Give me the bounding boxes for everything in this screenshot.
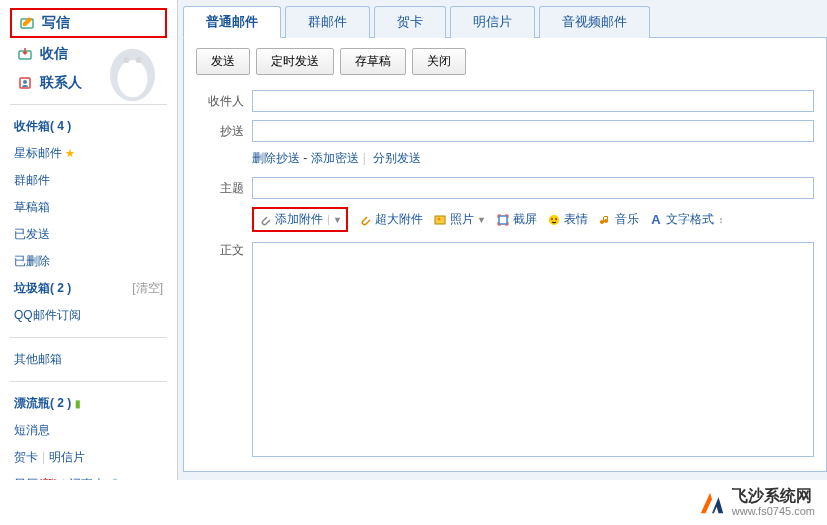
watermark-url: www.fs0745.com [732, 505, 815, 517]
emoji-icon [547, 213, 561, 227]
folder-group[interactable]: 群邮件 [10, 167, 167, 194]
compose-toolbar: 添加附件 ▼ 超大附件 照片 ▼ [252, 207, 814, 232]
folder-sms[interactable]: 短消息 [10, 417, 167, 444]
folder-greeting-postcard[interactable]: 贺卡|明信片 [10, 444, 167, 471]
add-bcc-link[interactable]: 添加密送 [311, 151, 359, 165]
screenshot-button[interactable]: 截屏 [496, 211, 537, 228]
tabs: 普通邮件 群邮件 贺卡 明信片 音视频邮件 [183, 5, 827, 38]
body-label: 正文 [196, 242, 244, 259]
screenshot-icon [496, 213, 510, 227]
svg-point-2 [124, 57, 130, 63]
divider [10, 381, 167, 382]
svg-point-3 [136, 57, 142, 63]
folder-trash[interactable]: 垃圾箱( 2 ) [清空] [10, 275, 167, 302]
paperclip-icon [258, 213, 272, 227]
attach-dropdown-icon[interactable]: ▼ [328, 215, 342, 225]
svg-point-9 [437, 217, 440, 220]
clear-trash-link[interactable]: [清空] [132, 280, 163, 297]
star-icon: ★ [65, 147, 75, 159]
draft-button[interactable]: 存草稿 [340, 48, 406, 75]
svg-point-11 [549, 215, 559, 225]
folder-sent[interactable]: 已发送 [10, 221, 167, 248]
music-icon [598, 213, 612, 227]
body-editor[interactable] [252, 242, 814, 457]
cc-input[interactable] [252, 120, 814, 142]
inbox-icon [16, 46, 34, 62]
svg-point-1 [118, 60, 148, 98]
svg-point-12 [551, 218, 553, 220]
to-label: 收件人 [196, 93, 244, 110]
subject-label: 主题 [196, 180, 244, 197]
to-input[interactable] [252, 90, 814, 112]
photo-button[interactable]: 照片 ▼ [433, 211, 486, 228]
music-button[interactable]: 音乐 [598, 211, 639, 228]
bottle-icon: ▮ [75, 398, 81, 409]
big-attach-button[interactable]: 超大附件 [358, 211, 423, 228]
folder-drafts[interactable]: 草稿箱 [10, 194, 167, 221]
divider [10, 337, 167, 338]
sidebar: 写信 收信 联系人 收件箱( 4 ) 星标邮件 ★ 群邮件 草稿箱 已发送 已删… [0, 0, 178, 480]
compose-icon [18, 15, 36, 31]
contacts-icon [16, 75, 34, 91]
emoji-button[interactable]: 表情 [547, 211, 588, 228]
separate-send-link[interactable]: 分别发送 [373, 151, 421, 165]
send-button[interactable]: 发送 [196, 48, 250, 75]
cc-links: 删除抄送 - 添加密送| 分别发送 [252, 150, 814, 167]
photo-icon [433, 213, 447, 227]
folder-calendar-notes[interactable]: 日历(新)|记事本 🔒 [10, 471, 167, 480]
tab-group[interactable]: 群邮件 [285, 6, 370, 38]
action-bar: 发送 定时发送 存草稿 关闭 [196, 48, 814, 75]
compose-content: 发送 定时发送 存草稿 关闭 收件人 抄送 删除抄送 - 添加密送| 分别发送 … [183, 38, 827, 472]
text-format-icon: A [649, 213, 663, 227]
folder-other[interactable]: 其他邮箱 [10, 346, 167, 373]
attach-button[interactable]: 添加附件 ▼ [252, 207, 348, 232]
folder-deleted[interactable]: 已删除 [10, 248, 167, 275]
svg-rect-10 [499, 216, 507, 224]
write-label: 写信 [42, 14, 70, 32]
contacts-label: 联系人 [40, 74, 82, 92]
watermark: 飞沙系统网 www.fs0745.com [698, 487, 815, 517]
main-panel: 普通邮件 群邮件 贺卡 明信片 音视频邮件 发送 定时发送 存草稿 关闭 收件人… [178, 0, 827, 480]
close-button[interactable]: 关闭 [412, 48, 466, 75]
svg-point-13 [555, 218, 557, 220]
receive-label: 收信 [40, 45, 68, 63]
tab-av[interactable]: 音视频邮件 [539, 6, 650, 38]
folder-starred[interactable]: 星标邮件 ★ [10, 140, 167, 167]
watermark-logo-icon [698, 488, 726, 516]
schedule-button[interactable]: 定时发送 [256, 48, 334, 75]
paperclip-big-icon [358, 213, 372, 227]
remove-cc-link[interactable]: 删除抄送 [252, 151, 300, 165]
folder-subscribe[interactable]: QQ邮件订阅 [10, 302, 167, 329]
svg-point-7 [23, 80, 27, 84]
folder-drift[interactable]: 漂流瓶( 2 ) ▮ [10, 390, 167, 417]
cc-label: 抄送 [196, 123, 244, 140]
subject-input[interactable] [252, 177, 814, 199]
tab-postcard[interactable]: 明信片 [450, 6, 535, 38]
lock-icon: 🔒 [108, 478, 122, 480]
tab-normal[interactable]: 普通邮件 [183, 6, 281, 38]
watermark-title: 飞沙系统网 [732, 487, 815, 505]
format-button[interactable]: A 文字格式↕ [649, 211, 724, 228]
tab-greeting[interactable]: 贺卡 [374, 6, 446, 38]
penguin-bg-image [95, 30, 170, 105]
folder-inbox[interactable]: 收件箱( 4 ) [10, 113, 167, 140]
